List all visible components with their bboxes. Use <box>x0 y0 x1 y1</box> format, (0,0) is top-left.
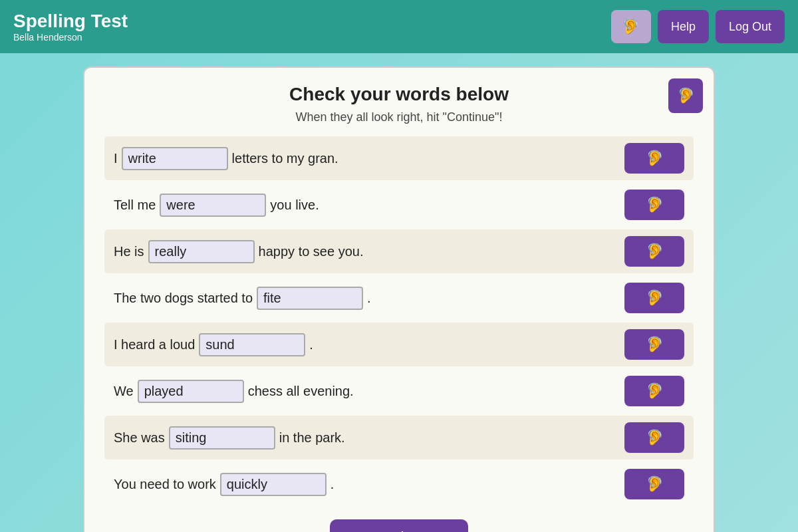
sentence-after: happy to see you. <box>259 244 364 259</box>
sentence-before: We <box>114 384 134 399</box>
word-input[interactable] <box>138 380 244 403</box>
sentence-ear-button[interactable]: 🦻 <box>624 422 684 453</box>
word-input[interactable] <box>257 287 363 310</box>
card-title: Check your words below <box>104 84 694 105</box>
sentence-after: . <box>367 291 371 306</box>
sentence-after: letters to my gran. <box>232 151 338 166</box>
sentence-row: Tell meyou live.🦻 <box>104 183 694 227</box>
sentence-before: I heard a loud <box>114 337 195 352</box>
sentence-before: He is <box>114 244 144 259</box>
sentence-after: . <box>331 477 334 492</box>
sentence-ear-button[interactable]: 🦻 <box>624 376 684 406</box>
sentence-after: . <box>309 337 313 352</box>
sentence-row: I heard a loud.🦻 <box>104 323 694 366</box>
sentence-ear-button[interactable]: 🦻 <box>624 283 684 313</box>
sentence-text: Iletters to my gran. <box>114 147 618 170</box>
user-name: Bella Henderson <box>13 32 128 43</box>
help-button[interactable]: Help <box>658 10 709 43</box>
sentence-text: He ishappy to see you. <box>114 240 618 263</box>
sentence-row: She wasin the park.🦻 <box>104 416 694 460</box>
sentence-before: You need to work <box>114 477 216 492</box>
sentence-before: She was <box>114 430 165 446</box>
sentence-row: The two dogs started to.🦻 <box>104 276 694 320</box>
sentence-ear-button[interactable]: 🦻 <box>624 143 684 174</box>
header-ear-button[interactable]: 🦻 <box>611 10 651 43</box>
sentences-container: Iletters to my gran.🦻Tell meyou live.🦻He… <box>104 136 694 506</box>
sentence-row: He ishappy to see you.🦻 <box>104 229 694 273</box>
header: Spelling Test Bella Henderson 🦻 Help Log… <box>0 0 798 53</box>
sentence-row: Wechess all evening.🦻 <box>104 369 694 413</box>
main-background: 🦻 Check your words below When they all l… <box>0 53 798 532</box>
sentence-before: The two dogs started to <box>114 291 253 306</box>
word-input[interactable] <box>148 240 255 263</box>
word-input[interactable] <box>220 473 327 496</box>
header-title-block: Spelling Test Bella Henderson <box>13 11 128 43</box>
sentence-text: I heard a loud. <box>114 333 618 356</box>
main-card: 🦻 Check your words below When they all l… <box>83 66 715 532</box>
word-input[interactable] <box>160 194 266 217</box>
app-title: Spelling Test <box>13 11 128 32</box>
sentence-text: The two dogs started to. <box>114 287 618 310</box>
header-buttons: 🦻 Help Log Out <box>611 10 785 43</box>
sentence-before: I <box>114 151 118 166</box>
sentence-after: in the park. <box>279 430 345 446</box>
card-ear-button[interactable]: 🦻 <box>668 78 703 113</box>
sentence-after: chess all evening. <box>248 384 354 399</box>
continue-button[interactable]: Continue <box>330 519 468 532</box>
word-input[interactable] <box>122 147 228 170</box>
sentence-text: Wechess all evening. <box>114 380 618 403</box>
sentence-ear-button[interactable]: 🦻 <box>624 190 684 220</box>
sentence-ear-button[interactable]: 🦻 <box>624 469 684 499</box>
sentence-ear-button[interactable]: 🦻 <box>624 236 684 267</box>
word-input[interactable] <box>169 426 275 450</box>
sentence-ear-button[interactable]: 🦻 <box>624 329 684 360</box>
logout-button[interactable]: Log Out <box>716 10 785 43</box>
sentence-text: You need to work. <box>114 473 618 496</box>
sentence-text: Tell meyou live. <box>114 194 618 217</box>
sentence-before: Tell me <box>114 198 156 213</box>
sentence-text: She wasin the park. <box>114 426 618 450</box>
card-subtitle: When they all look right, hit "Continue"… <box>104 110 694 124</box>
sentence-row: Iletters to my gran.🦻 <box>104 136 694 180</box>
sentence-after: you live. <box>270 198 319 213</box>
word-input[interactable] <box>199 333 305 356</box>
continue-section: Continue <box>104 519 694 532</box>
sentence-row: You need to work.🦻 <box>104 462 694 506</box>
